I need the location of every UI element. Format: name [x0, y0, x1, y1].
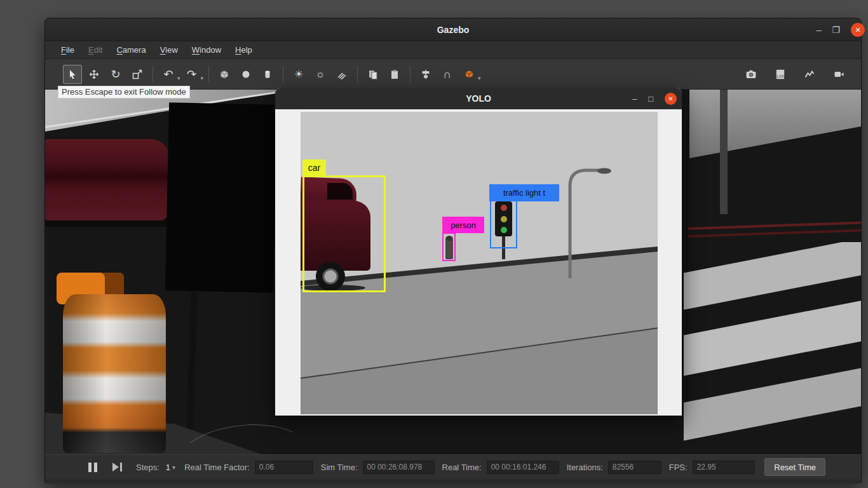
insert-cylinder-button[interactable]: [258, 65, 277, 84]
rotate-icon: ↻: [111, 69, 120, 80]
real-time-value: 00 00:16:01.246: [487, 461, 559, 474]
undo-history-caret-icon[interactable]: ▾: [177, 75, 180, 81]
maroon-car-3d: [45, 139, 170, 220]
copy-icon: [368, 69, 378, 79]
undo-button[interactable]: ↶: [159, 65, 178, 84]
redo-icon: ↷: [187, 69, 196, 80]
copy-button[interactable]: [363, 65, 383, 84]
paste-icon: [390, 69, 400, 79]
detection-label-traffic-light: traffic light t: [489, 184, 559, 201]
scale-tool-button[interactable]: [128, 65, 147, 84]
yolo-minimize-button[interactable]: –: [632, 95, 637, 103]
detection-label-car: car: [302, 159, 326, 175]
redo-history-caret-icon[interactable]: ▾: [201, 75, 204, 81]
menu-view[interactable]: View: [153, 41, 185, 58]
screenshot-button[interactable]: [742, 65, 761, 84]
sign-pole: [186, 290, 198, 438]
step-button[interactable]: [112, 463, 122, 471]
yolo-close-button[interactable]: ✕: [665, 93, 677, 105]
close-button[interactable]: ✕: [851, 23, 865, 37]
crosswalk-stripe: [684, 242, 861, 309]
building-cube-icon: [464, 69, 475, 79]
cursor-icon: [67, 69, 78, 79]
svg-text:LOG: LOG: [777, 74, 785, 78]
align-icon: [421, 69, 431, 79]
translate-tool-button[interactable]: [85, 65, 104, 84]
yolo-window-title: YOLO: [466, 93, 491, 104]
reset-time-button[interactable]: Reset Time: [764, 458, 825, 476]
cylinder-icon: [262, 69, 273, 79]
crosswalk: [684, 242, 861, 454]
menu-edit: Edit: [81, 41, 109, 58]
point-light-button[interactable]: ☀: [289, 65, 308, 84]
fps-label: FPS:: [669, 463, 688, 472]
spot-light-button[interactable]: ☼: [311, 65, 330, 84]
black-sign-board: [165, 102, 277, 292]
insert-box-button[interactable]: [215, 65, 234, 84]
gazebo-titlebar[interactable]: Gazebo – ❐ ✕: [45, 18, 861, 41]
yolo-titlebar[interactable]: YOLO – □ ✕: [275, 88, 682, 109]
snap-button[interactable]: ∩: [438, 65, 457, 84]
spot-light-icon: ☼: [315, 69, 325, 79]
align-button[interactable]: [416, 65, 435, 84]
crosswalk-stripe: [684, 299, 861, 376]
sim-time-label: Sim Time:: [321, 463, 358, 472]
real-time-factor-label: Real Time Factor:: [184, 463, 250, 472]
follow-mode-overlay: Press Escape to exit Follow mode: [58, 86, 190, 98]
detection-box-person: [442, 233, 456, 261]
menu-window[interactable]: Window: [185, 41, 228, 58]
detection-label-person: person: [442, 217, 484, 233]
iterations-value: 82556: [608, 461, 661, 474]
detection-box-car: [302, 175, 386, 292]
minimize-button[interactable]: –: [817, 25, 822, 34]
plot-button[interactable]: [800, 65, 819, 84]
sim-time-value: 00 00:26:08.978: [363, 461, 435, 474]
camera-icon: [745, 69, 757, 79]
guardrail: [688, 221, 861, 230]
steps-value[interactable]: 1: [166, 463, 170, 472]
sphere-icon: [241, 69, 251, 79]
maximize-button[interactable]: ❐: [832, 25, 840, 34]
video-record-button[interactable]: [829, 65, 848, 84]
menubar: File Edit Camera View Window Help: [45, 41, 861, 59]
move-icon: [89, 69, 99, 79]
yolo-maximize-button[interactable]: □: [648, 95, 653, 103]
redo-button[interactable]: ↷: [182, 65, 201, 84]
window-footer: [45, 479, 861, 484]
toolbar-separator: [208, 66, 209, 83]
log-record-button[interactable]: LOG: [771, 65, 790, 84]
barrier-post: [720, 90, 728, 214]
log-icon: LOG: [775, 69, 786, 80]
yolo-window: YOLO – □ ✕: [275, 88, 682, 416]
crosswalk-stripe: [684, 367, 861, 441]
plot-icon: [804, 69, 815, 79]
building-editor-caret-icon[interactable]: ▾: [478, 75, 481, 81]
undo-icon: ↶: [163, 69, 173, 80]
toolbar-separator: [357, 66, 358, 83]
select-tool-button[interactable]: [63, 65, 82, 84]
toolbar: ↻ ↶ ▾ ↷ ▾: [45, 59, 861, 90]
menu-file[interactable]: File: [54, 41, 81, 58]
directional-light-button[interactable]: [332, 65, 351, 84]
yolo-body: car person traffic light t: [275, 109, 682, 416]
magnet-icon: ∩: [444, 69, 452, 80]
insert-sphere-button[interactable]: [236, 65, 255, 84]
simulation-statusbar: Steps: 1 ▾ Real Time Factor: 0.06 Sim Ti…: [45, 454, 861, 479]
rotate-tool-button[interactable]: ↻: [106, 65, 125, 84]
pause-button[interactable]: [88, 463, 97, 472]
desktop: Gazebo – ❐ ✕ File Edit Camera View Windo…: [0, 0, 868, 488]
steps-caret-icon[interactable]: ▾: [172, 464, 175, 471]
menu-help[interactable]: Help: [228, 41, 259, 58]
menu-camera[interactable]: Camera: [109, 41, 153, 58]
paste-button[interactable]: [385, 65, 404, 84]
real-time-factor-value: 0.06: [255, 461, 313, 474]
directional-light-icon: [337, 69, 347, 79]
traffic-barrel: [63, 294, 166, 453]
street-lamp: [566, 166, 616, 280]
video-camera-icon: [833, 69, 845, 79]
real-time-label: Real Time:: [442, 463, 482, 472]
building-editor-button[interactable]: [459, 65, 478, 84]
point-light-icon: ☀: [294, 69, 303, 79]
steps-label: Steps:: [136, 463, 159, 472]
iterations-label: Iterations:: [567, 463, 603, 472]
